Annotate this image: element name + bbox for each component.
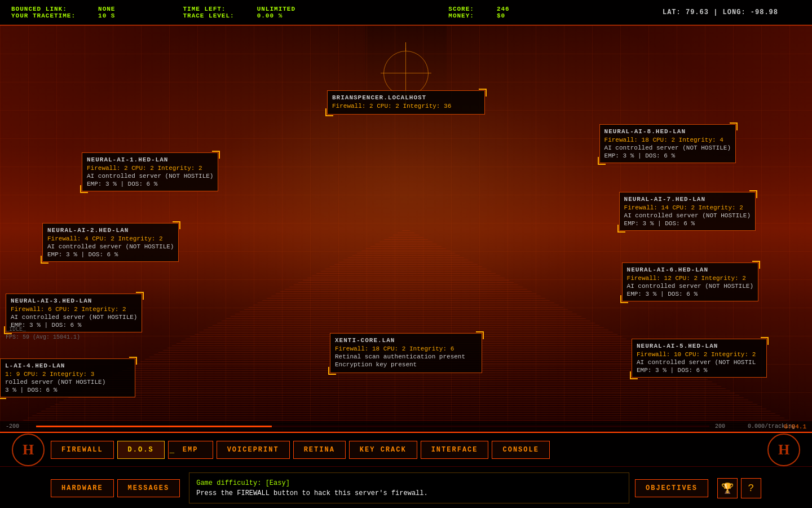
svg-text:H: H bbox=[778, 441, 789, 458]
firewall-button[interactable]: FIREWALL bbox=[51, 441, 114, 459]
xenti-title: XENTI-CORE.LAN bbox=[335, 337, 477, 344]
bracket-tl bbox=[479, 89, 487, 97]
bracket-br bbox=[0, 391, 6, 399]
bracket-br bbox=[325, 108, 333, 116]
messages-button[interactable]: MESSAGES bbox=[117, 479, 180, 497]
ai3-title: NEURAL-AI-3.HED-LAN bbox=[11, 297, 137, 304]
node-ai7[interactable]: NEURAL-AI-7.HED-LAN Firewall: 14 CPU: 2 … bbox=[619, 192, 756, 231]
ai6-desc: AI controlled server (NOT HOSTILE) bbox=[627, 283, 753, 290]
ai4-title: L-AI-4.HED-LAN bbox=[5, 362, 130, 369]
time-left-values: UNLIMITED 0.00 % bbox=[257, 6, 295, 19]
bracket-tl bbox=[730, 122, 738, 130]
ai6-emp: EMP: 3 % | DOS: 6 % bbox=[627, 291, 753, 297]
msg-line2: Press the FIREWALL button to hack this s… bbox=[196, 489, 622, 497]
voiceprint-button[interactable]: VOICEPRINT bbox=[217, 441, 290, 459]
node-ai8[interactable]: NEURAL-AI-8.HED-LAN Firewall: 18 CPU: 2 … bbox=[599, 124, 736, 163]
node-xenti[interactable]: XENTI-CORE.LAN Firewall: 18 CPU: 2 Integ… bbox=[330, 333, 482, 373]
ai7-title: NEURAL-AI-7.HED-LAN bbox=[624, 196, 751, 203]
toolbar-logo-left: H bbox=[6, 433, 51, 467]
toolbar-buttons-row1: FIREWALL D.O.S _EMP VOICEPRINT RETINA KE… bbox=[51, 441, 761, 459]
ai8-stats: Firewall: 18 CPU: 2 Integrity: 4 bbox=[604, 137, 731, 143]
node-ai4[interactable]: L-AI-4.HED-LAN 1: 9 CPU: 2 Integrity: 3 … bbox=[0, 358, 135, 397]
bounced-link-group: BOUNCED LINK: YOUR TRACETIME: bbox=[11, 6, 76, 19]
ai3-desc: AI controlled server (NOT HOSTILE) bbox=[11, 314, 137, 321]
ai4-stats: 1: 9 CPU: 2 Integrity: 3 bbox=[5, 371, 130, 378]
node-ai6[interactable]: NEURAL-AI-6.HED-LAN Firewall: 12 CPU: 2 … bbox=[622, 262, 758, 301]
xenti-desc2: Encryption key present bbox=[335, 361, 477, 368]
idle-text: _IDLE_ bbox=[6, 326, 80, 334]
bounced-link-value: NONE bbox=[98, 6, 115, 12]
neg200-label: -200 bbox=[6, 423, 19, 430]
trace-level-value: 0.00 % bbox=[257, 12, 295, 19]
status-bar-line bbox=[36, 426, 709, 427]
bracket-tl bbox=[761, 337, 769, 345]
ai1-title: NEURAL-AI-1.HED-LAN bbox=[87, 156, 213, 163]
money-label: MONEY: bbox=[448, 12, 474, 19]
crosshair-ring bbox=[383, 51, 429, 96]
score-label: SCORE: bbox=[448, 6, 474, 12]
ai8-desc: AI controlled server (NOT HOSTILE) bbox=[604, 144, 731, 151]
node-ai1[interactable]: NEURAL-AI-1.HED-LAN Firewall: 2 CPU: 2 I… bbox=[82, 152, 218, 191]
key-crack-button[interactable]: KEY CRACK bbox=[349, 441, 417, 459]
svg-text:H: H bbox=[23, 441, 34, 458]
ai4-emp: 3 % | DOS: 6 % bbox=[5, 387, 130, 393]
ai1-stats: Firewall: 2 CPU: 2 Integrity: 2 bbox=[87, 165, 213, 172]
game-area: BRIANSPENCER.LOCALHOST Firewall: 2 CPU: … bbox=[0, 25, 812, 432]
ai3-stats: Firewall: 6 CPU: 2 Integrity: 2 bbox=[11, 306, 137, 313]
ai4-desc: rolled server (NOT HOSTILE) bbox=[5, 379, 130, 386]
ai6-title: NEURAL-AI-6.HED-LAN bbox=[627, 266, 753, 273]
interface-button[interactable]: INTERFACE bbox=[421, 441, 489, 459]
console-button[interactable]: CONSOLE bbox=[492, 441, 549, 459]
ai1-emp: EMP: 3 % | DOS: 6 % bbox=[87, 181, 213, 187]
score-values: 246 $0 bbox=[497, 6, 510, 19]
bounced-link-label: BOUNCED LINK: bbox=[11, 6, 76, 12]
bottom-toolbar: H FIREWALL D.O.S _EMP VOICEPRINT RETINA … bbox=[0, 432, 812, 508]
crosshair-tick-top bbox=[405, 42, 406, 51]
node-ai5[interactable]: NEURAL-AI-5.HED-LAN Firewall: 10 CPU: 2 … bbox=[632, 339, 767, 378]
msg-line1: Game difficulty: [Easy] bbox=[196, 479, 622, 487]
bounced-link-values: NONE 10 S bbox=[98, 6, 115, 19]
help-icon-button[interactable]: ? bbox=[741, 478, 761, 498]
bracket-tl bbox=[129, 357, 137, 365]
dos-button[interactable]: D.O.S bbox=[117, 441, 165, 459]
score-group: SCORE: MONEY: bbox=[448, 6, 474, 19]
bracket-br bbox=[41, 256, 48, 264]
toolbar-logo-right: H bbox=[761, 433, 806, 467]
score-value: 246 bbox=[497, 6, 510, 12]
debug-info: _IDLE_ FPS: 59 (Avg: 15041.1) bbox=[6, 326, 80, 341]
objectives-button[interactable]: OBJECTIVES bbox=[635, 479, 708, 497]
bracket-tl bbox=[173, 221, 180, 229]
bracket-tl bbox=[136, 292, 144, 300]
node-ai2[interactable]: NEURAL-AI-2.HED-LAN Firewall: 4 CPU: 2 I… bbox=[42, 223, 179, 262]
coords: LAT: 79.63 | LONG: -98.98 bbox=[663, 8, 778, 16]
localhost-stats: Firewall: 2 CPU: 2 Integrity: 36 bbox=[332, 103, 480, 110]
localhost-title: BRIANSPENCER.LOCALHOST bbox=[332, 94, 480, 101]
ai7-emp: EMP: 3 % | DOS: 6 % bbox=[624, 220, 751, 227]
bracket-br bbox=[620, 295, 628, 303]
retina-button[interactable]: RETINA bbox=[293, 441, 346, 459]
ai5-emp: EMP: 3 % | DOS: 6 % bbox=[637, 367, 762, 374]
ai2-emp: EMP: 3 % | DOS: 6 % bbox=[47, 251, 174, 258]
time-value: 0:04.1 bbox=[784, 423, 806, 430]
ai2-title: NEURAL-AI-2.HED-LAN bbox=[47, 227, 174, 234]
pos200-label: 200 bbox=[715, 423, 725, 430]
toolbar-top: H FIREWALL D.O.S _EMP VOICEPRINT RETINA … bbox=[0, 433, 812, 467]
bracket-tl bbox=[752, 261, 760, 269]
ai5-title: NEURAL-AI-5.HED-LAN bbox=[637, 343, 762, 349]
time-indicator: 0:04.1 bbox=[784, 423, 806, 430]
fps-text: FPS: 59 (Avg: 15041.1) bbox=[6, 334, 80, 341]
bracket-br bbox=[80, 185, 88, 193]
time-left-group: TIME LEFT: TRACE LEVEL: bbox=[183, 6, 234, 19]
emp-button[interactable]: _EMP bbox=[168, 441, 213, 459]
ai2-stats: Firewall: 4 CPU: 2 Integrity: 2 bbox=[47, 235, 174, 242]
trophy-icon-button[interactable]: 🏆 bbox=[717, 478, 738, 498]
xenti-stats: Firewall: 18 CPU: 2 Integrity: 6 bbox=[335, 345, 477, 352]
ai7-stats: Firewall: 14 CPU: 2 Integrity: 2 bbox=[624, 204, 751, 211]
ai5-desc: AI controlled server (NOT HOSTIL bbox=[637, 359, 762, 366]
ai8-emp: EMP: 3 % | DOS: 6 % bbox=[604, 152, 731, 159]
hardware-button[interactable]: HARDWARE bbox=[51, 479, 114, 497]
ai8-title: NEURAL-AI-8.HED-LAN bbox=[604, 128, 731, 135]
time-left-label: TIME LEFT: bbox=[183, 6, 234, 12]
time-left-value: UNLIMITED bbox=[257, 6, 295, 12]
node-localhost[interactable]: BRIANSPENCER.LOCALHOST Firewall: 2 CPU: … bbox=[327, 90, 485, 115]
